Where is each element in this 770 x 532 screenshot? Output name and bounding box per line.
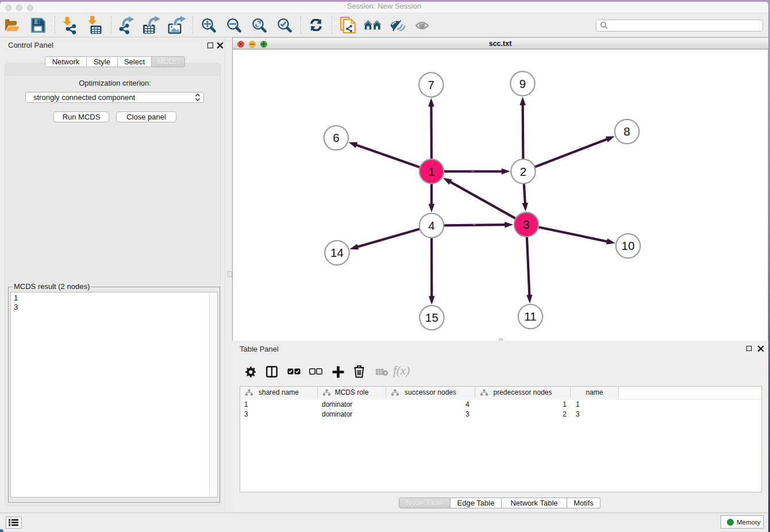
svg-text:7: 7 [428, 78, 434, 91]
svg-text:8: 8 [623, 125, 630, 138]
svg-text:2: 2 [520, 165, 526, 178]
svg-text:1: 1 [428, 165, 434, 178]
svg-text:6: 6 [333, 131, 339, 144]
svg-text:15: 15 [425, 311, 438, 324]
svg-text:3: 3 [523, 218, 529, 231]
svg-text:4: 4 [428, 219, 434, 232]
svg-text:10: 10 [622, 239, 635, 252]
svg-text:14: 14 [330, 246, 344, 259]
svg-text:11: 11 [524, 310, 536, 323]
svg-text:9: 9 [519, 77, 526, 90]
